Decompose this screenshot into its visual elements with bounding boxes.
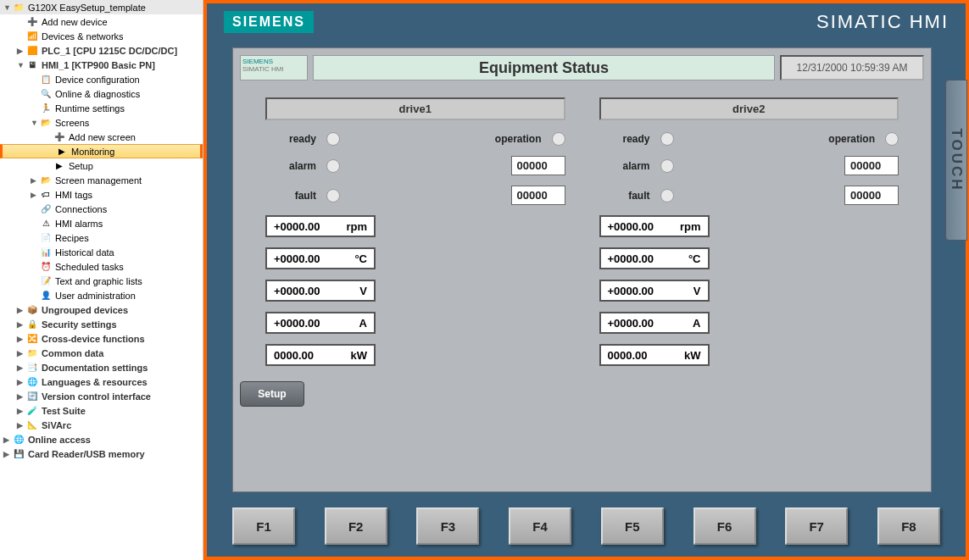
tree-icon: 📂: [39, 175, 53, 186]
tree-item[interactable]: ⚠HMI alarms: [0, 216, 203, 230]
measurement-field[interactable]: +0000.00°C: [265, 247, 376, 269]
drive-panel: drive1readyoperationalarm00000fault00000…: [265, 97, 565, 376]
expand-arrow-icon[interactable]: ▼: [31, 119, 39, 127]
alarm-code-field[interactable]: 00000: [511, 156, 565, 175]
setup-button[interactable]: Setup: [240, 381, 304, 407]
screen-corner-logo: SIEMENSSIMATIC HMI: [240, 55, 308, 80]
tree-item[interactable]: 📝Text and graphic lists: [0, 274, 203, 288]
measurement-field[interactable]: 0000.00kW: [599, 344, 710, 366]
tree-label: Runtime settings: [55, 103, 125, 114]
tree-label: Online access: [28, 435, 91, 445]
fault-code-field[interactable]: 00000: [844, 186, 899, 205]
alarm-label: alarm: [265, 160, 316, 172]
function-key[interactable]: F6: [693, 507, 756, 545]
expand-arrow-icon[interactable]: ▶: [17, 378, 25, 386]
tree-item[interactable]: ▼🖥HMI_1 [KTP900 Basic PN]: [0, 58, 203, 72]
tree-item[interactable]: ▶💾Card Reader/USB memory: [0, 446, 203, 461]
function-key[interactable]: F3: [416, 507, 479, 545]
measurement-field[interactable]: +0000.00A: [599, 312, 710, 334]
measurement-field[interactable]: +0000.00rpm: [265, 215, 376, 237]
alarm-code-field[interactable]: 00000: [844, 156, 899, 175]
expand-arrow-icon[interactable]: ▶: [17, 349, 25, 358]
touch-side-tab: TOUCH: [945, 80, 967, 241]
alarm-led-icon: [326, 159, 340, 173]
tree-item[interactable]: ▶🌐Online access: [0, 432, 203, 446]
tree-item[interactable]: ▶📐SiVArc: [0, 418, 203, 432]
tree-item[interactable]: ▶🔒Security settings: [0, 317, 203, 331]
tree-icon: ▶: [55, 146, 69, 158]
function-key[interactable]: F7: [785, 507, 848, 545]
tree-label: Documentation settings: [42, 363, 148, 373]
expand-arrow-icon[interactable]: ▶: [31, 176, 39, 185]
tree-icon: ⏰: [39, 261, 53, 273]
function-key[interactable]: F4: [509, 507, 571, 545]
tree-item[interactable]: ▼📁G120X EasySetup_template: [0, 0, 203, 14]
function-key[interactable]: F5: [601, 507, 664, 545]
measurement-field[interactable]: +0000.00A: [265, 312, 376, 334]
expand-arrow-icon[interactable]: ▶: [17, 407, 25, 415]
tree-item[interactable]: ▶🌐Languages & resources: [0, 374, 203, 389]
expand-arrow-icon[interactable]: ▶: [17, 320, 25, 329]
tree-item[interactable]: ▶Setup: [0, 158, 203, 173]
tree-item[interactable]: ▶📑Documentation settings: [0, 360, 203, 374]
tree-icon: ➕: [25, 16, 39, 28]
function-key[interactable]: F1: [232, 507, 295, 545]
tree-label: PLC_1 [CPU 1215C DC/DC/DC]: [42, 46, 177, 56]
tree-icon: 🟧: [25, 45, 39, 57]
screen-canvas[interactable]: SIEMENSSIMATIC HMI Equipment Status 12/3…: [232, 47, 932, 492]
expand-arrow-icon[interactable]: ▶: [31, 191, 39, 199]
expand-arrow-icon[interactable]: ▼: [3, 3, 12, 12]
expand-arrow-icon[interactable]: ▶: [17, 421, 25, 430]
function-key[interactable]: F8: [877, 507, 940, 545]
tree-label: Screen management: [55, 175, 142, 186]
tree-item[interactable]: ▶🔀Cross-device functions: [0, 331, 203, 346]
tree-icon: 🌐: [12, 434, 25, 446]
tree-label: HMI tags: [55, 190, 92, 200]
tree-item[interactable]: ▶📦Ungrouped devices: [0, 302, 203, 317]
measurement-field[interactable]: +0000.00V: [599, 280, 710, 302]
measurement-field[interactable]: +0000.00V: [265, 280, 376, 302]
fault-led-icon: [660, 189, 674, 202]
operation-label: operation: [491, 133, 542, 145]
tree-item[interactable]: 🏃Runtime settings: [0, 101, 203, 115]
expand-arrow-icon[interactable]: ▶: [17, 392, 25, 401]
tree-item[interactable]: 📄Recipes: [0, 230, 203, 245]
tree-item[interactable]: ▶🟧PLC_1 [CPU 1215C DC/DC/DC]: [0, 43, 203, 58]
tree-item[interactable]: ▶Monitoring: [0, 144, 203, 158]
drive-header: drive1: [265, 97, 565, 120]
tree-item[interactable]: 📶Devices & networks: [0, 29, 203, 43]
expand-arrow-icon[interactable]: ▶: [3, 450, 12, 458]
tree-item[interactable]: 👤User administration: [0, 288, 203, 302]
tree-icon: 📄: [39, 232, 53, 244]
tree-item[interactable]: 🔍Online & diagnostics: [0, 86, 203, 101]
expand-arrow-icon[interactable]: ▶: [17, 335, 25, 343]
tree-icon: 🔗: [39, 203, 53, 215]
tree-item[interactable]: ▶📂Screen management: [0, 173, 203, 187]
expand-arrow-icon[interactable]: ▶: [17, 306, 25, 314]
fault-code-field[interactable]: 00000: [511, 186, 565, 205]
tree-item[interactable]: 📊Historical data: [0, 245, 203, 259]
expand-arrow-icon[interactable]: ▼: [17, 61, 25, 69]
measurement-field[interactable]: +0000.00rpm: [599, 215, 710, 237]
tree-item[interactable]: ▼📂Screens: [0, 115, 203, 130]
hmi-header: SIEMENS SIMATIC HMI: [207, 3, 966, 41]
tree-item[interactable]: ⏰Scheduled tasks: [0, 259, 203, 274]
tree-item[interactable]: ▶🔄Version control interface: [0, 389, 203, 403]
tree-item[interactable]: ➕Add new device: [0, 14, 203, 29]
project-tree[interactable]: ▼📁G120X EasySetup_template➕Add new devic…: [0, 0, 203, 560]
tree-item[interactable]: ▶🧪Test Suite: [0, 403, 203, 418]
tree-item[interactable]: ▶🏷HMI tags: [0, 187, 203, 202]
operation-led-icon: [885, 132, 899, 146]
expand-arrow-icon[interactable]: ▶: [17, 363, 25, 372]
measurement-field[interactable]: 0000.00kW: [265, 344, 376, 366]
tree-item[interactable]: ▶📁Common data: [0, 346, 203, 360]
expand-arrow-icon[interactable]: ▶: [3, 435, 12, 444]
tree-item[interactable]: ➕Add new screen: [0, 130, 203, 144]
measurement-field[interactable]: +0000.00°C: [599, 247, 710, 269]
tree-icon: 📝: [39, 275, 53, 287]
tree-item[interactable]: 🔗Connections: [0, 202, 203, 216]
function-key[interactable]: F2: [325, 507, 387, 545]
expand-arrow-icon[interactable]: ▶: [17, 47, 25, 55]
tree-icon: 📶: [25, 30, 39, 42]
tree-item[interactable]: 📋Device configuration: [0, 72, 203, 86]
